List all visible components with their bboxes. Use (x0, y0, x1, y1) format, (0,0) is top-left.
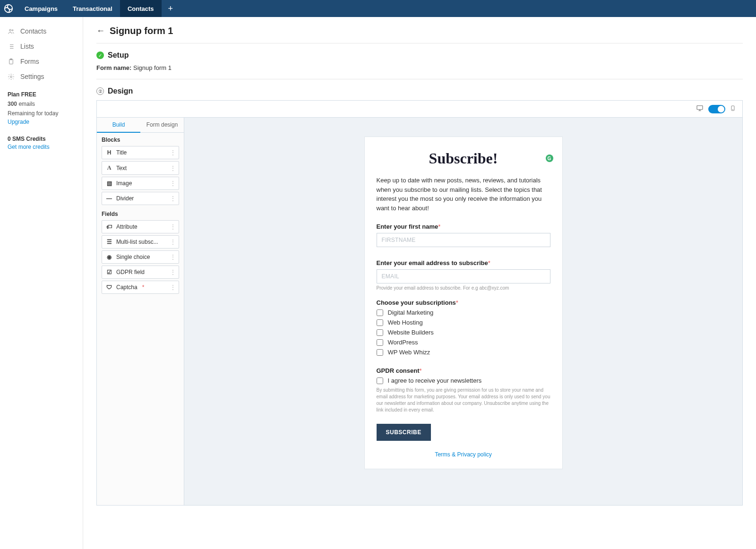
sidebar-label: Contacts (20, 27, 46, 35)
viewport-toggle[interactable] (708, 105, 725, 113)
radio-icon: ◉ (106, 254, 112, 260)
block-image[interactable]: ▧Image⋮ (102, 177, 179, 190)
blocks-group-label: Blocks (97, 133, 184, 144)
check-icon: ✓ (96, 51, 104, 59)
checkbox-input[interactable] (377, 309, 383, 316)
drag-handle-icon: ⋮ (170, 239, 176, 245)
form-canvas: G Subscribe! Keep up to date with new po… (184, 118, 742, 505)
desktop-icon[interactable] (696, 104, 704, 113)
gear-icon (8, 73, 15, 80)
drag-handle-icon: ⋮ (170, 149, 176, 156)
plan-emails: 300 emails (8, 100, 75, 108)
form-preview: G Subscribe! Keep up to date with new po… (364, 137, 563, 469)
page-title: Signup form 1 (110, 26, 173, 36)
gdpr-label: GPDR consent* (377, 367, 550, 374)
builder-panel: Build Form design Blocks HTitle⋮ AText⋮ … (97, 118, 184, 505)
terms-link[interactable]: Terms & Privacy policy (377, 451, 550, 458)
sidebar-item-contacts[interactable]: Contacts (0, 24, 83, 39)
checkbox-input[interactable] (377, 339, 383, 346)
nav-campaigns[interactable]: Campaigns (17, 0, 65, 17)
check-icon: ☑ (106, 269, 112, 275)
designer-toolbar (97, 101, 742, 118)
gdpr-consent-check[interactable]: I agree to receive your newsletters (377, 377, 550, 384)
list-icon (8, 43, 15, 50)
people-icon (8, 28, 15, 35)
subscription-option[interactable]: WP Web Whizz (377, 349, 550, 356)
top-nav: Campaigns Transactional Contacts + (0, 0, 756, 17)
firstname-label: Enter your first name* (377, 223, 550, 230)
svg-point-5 (10, 76, 12, 77)
sidebar-item-forms[interactable]: Forms (0, 54, 83, 69)
drag-handle-icon: ⋮ (170, 195, 176, 202)
subscription-option[interactable]: Web Hosting (377, 319, 550, 326)
mobile-icon[interactable] (730, 104, 736, 113)
field-attribute[interactable]: 🏷Attribute⋮ (102, 220, 179, 233)
subscription-option[interactable]: Digital Marketing (377, 309, 550, 316)
email-input[interactable] (377, 269, 550, 283)
nav-transactional[interactable]: Transactional (65, 0, 120, 17)
credits-info: 0 SMS Credits Get more credits (0, 132, 83, 154)
design-section: ② Design Build (96, 79, 743, 513)
shield-icon: 🛡 (106, 284, 112, 291)
clipboard-icon (8, 58, 15, 65)
preview-intro: Keep up to date with new posts, news, re… (377, 176, 550, 213)
checkbox-input[interactable] (377, 319, 383, 326)
get-credits-link[interactable]: Get more credits (8, 144, 50, 150)
list-icon: ☰ (106, 239, 112, 245)
image-icon: ▧ (106, 180, 112, 187)
subscribe-button[interactable]: SUBSCRIBE (377, 424, 431, 441)
block-text[interactable]: AText⋮ (102, 161, 179, 175)
drag-handle-icon: ⋮ (170, 254, 176, 260)
back-arrow-icon[interactable]: ← (96, 26, 105, 36)
subscription-option[interactable]: Website Builders (377, 329, 550, 336)
checkbox-input[interactable] (377, 329, 383, 336)
app-logo[interactable] (0, 0, 17, 17)
block-divider[interactable]: —Divider⋮ (102, 192, 179, 205)
heading-icon: H (106, 149, 112, 156)
form-name-row: Form name: Signup form 1 (96, 64, 743, 71)
design-heading: Design (108, 87, 133, 95)
main-content: ← Signup form 1 ✓ Setup Form name: Signu… (83, 17, 756, 549)
form-designer: Build Form design Blocks HTitle⋮ AText⋮ … (96, 100, 743, 506)
sidebar-item-lists[interactable]: Lists (0, 39, 83, 54)
sidebar-label: Forms (20, 58, 39, 65)
field-multi-list[interactable]: ☰Multi-list subsc...⋮ (102, 235, 179, 249)
preview-heading: Subscribe! (377, 150, 550, 167)
field-single-choice[interactable]: ◉Single choice⋮ (102, 250, 179, 264)
block-title[interactable]: HTitle⋮ (102, 146, 179, 159)
firstname-input[interactable] (377, 233, 550, 247)
subscriptions-label: Choose your subscriptions* (377, 299, 550, 306)
field-captcha[interactable]: 🛡Captcha*⋮ (102, 281, 179, 294)
checkbox-input[interactable] (377, 377, 383, 384)
drag-handle-icon: ⋮ (170, 284, 176, 291)
tab-build[interactable]: Build (97, 118, 140, 133)
plan-remaining: Remaining for today (8, 110, 75, 118)
nav-contacts[interactable]: Contacts (120, 0, 162, 17)
svg-rect-6 (697, 106, 703, 110)
text-icon: A (106, 164, 112, 172)
email-help: Provide your email address to subscribe.… (377, 285, 550, 291)
svg-point-8 (733, 110, 733, 110)
setup-heading: Setup (108, 51, 129, 60)
subscription-option[interactable]: WordPress (377, 339, 550, 346)
upgrade-link[interactable]: Upgrade (8, 119, 29, 125)
field-gdpr[interactable]: ☑GDPR field⋮ (102, 266, 179, 279)
sidebar: Contacts Lists Forms Settings Plan FREE … (0, 17, 83, 549)
sidebar-item-settings[interactable]: Settings (0, 69, 83, 84)
grammar-badge-icon: G (546, 154, 553, 162)
gdpr-note: By submitting this form, you are giving … (377, 387, 550, 413)
drag-handle-icon: ⋮ (170, 223, 176, 230)
nav-add-button[interactable]: + (162, 0, 180, 17)
tag-icon: 🏷 (106, 223, 112, 230)
sidebar-label: Lists (20, 43, 34, 50)
fields-group-label: Fields (97, 207, 184, 218)
checkbox-input[interactable] (377, 349, 383, 356)
tab-form-design[interactable]: Form design (140, 118, 184, 132)
email-label: Enter your email address to subscribe* (377, 259, 550, 266)
divider-icon: — (106, 195, 112, 202)
svg-point-1 (9, 29, 11, 31)
setup-section: ✓ Setup Form name: Signup form 1 (96, 43, 743, 79)
drag-handle-icon: ⋮ (170, 180, 176, 187)
step-icon: ② (96, 87, 104, 95)
credits-title: 0 SMS Credits (8, 136, 75, 142)
